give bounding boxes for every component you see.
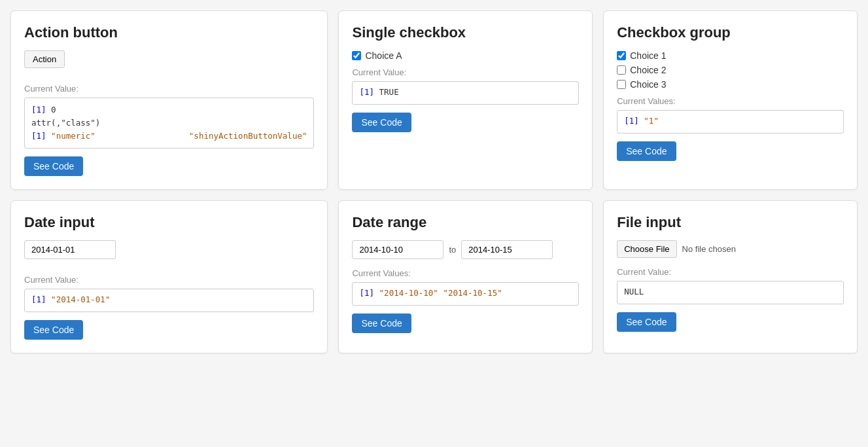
code-output-file-input: NULL (617, 281, 844, 304)
single-checkbox-label: Choice A (365, 50, 402, 61)
card-title-file-input: File input (617, 214, 844, 231)
date-range-to-label: to (449, 245, 456, 255)
current-value-label-file: Current Value: (617, 267, 844, 277)
code-output-date-range: [1] "2014-10-10" "2014-10-15" (352, 282, 579, 306)
card-title-date-input: Date input (24, 214, 314, 231)
current-value-label-action: Current Value: (24, 84, 314, 94)
card-action-button: Action button Action Current Value: [1] … (10, 10, 328, 190)
checkbox-group-label-2: Choice 2 (630, 65, 666, 75)
date-range-row: to (352, 240, 579, 259)
checkbox-group-input-3[interactable] (617, 80, 626, 89)
choose-file-button[interactable]: Choose File (617, 240, 676, 258)
current-value-label-date: Current Value: (24, 275, 314, 285)
card-single-checkbox: Single checkbox Choice A Current Value: … (338, 10, 593, 190)
current-value-label-date-range: Current Values: (352, 268, 579, 278)
file-input-row: Choose File No file chosen (617, 240, 844, 258)
single-checkbox-input[interactable] (352, 51, 361, 60)
card-title-checkbox-group: Checkbox group (617, 24, 844, 41)
checkbox-group-label-3: Choice 3 (630, 79, 666, 90)
see-code-button-file-input[interactable]: See Code (617, 312, 676, 332)
see-code-button-single-checkbox[interactable]: See Code (352, 113, 411, 132)
card-title-single-checkbox: Single checkbox (352, 24, 579, 41)
card-checkbox-group: Checkbox group Choice 1 Choice 2 Choice … (603, 10, 858, 190)
card-title-action-button: Action button (24, 24, 314, 41)
see-code-button-date-range[interactable]: See Code (352, 313, 411, 333)
main-grid: Action button Action Current Value: [1] … (10, 10, 858, 353)
date-input-field[interactable] (24, 240, 116, 259)
see-code-button-action[interactable]: See Code (24, 156, 83, 176)
action-button[interactable]: Action (24, 50, 65, 68)
no-file-text: No file chosen (682, 244, 736, 254)
card-date-range: Date range to Current Values: [1] "2014-… (338, 200, 593, 353)
see-code-button-checkbox-group[interactable]: See Code (617, 141, 676, 161)
card-date-input: Date input Current Value: [1] "2014-01-0… (10, 200, 328, 353)
single-checkbox-row: Choice A (352, 50, 579, 61)
checkbox-group-label-1: Choice 1 (630, 50, 666, 61)
code-output-date-input: [1] "2014-01-01" (24, 289, 314, 312)
checkbox-group-row-1: Choice 1 (617, 50, 844, 61)
checkbox-group-row-3: Choice 3 (617, 79, 844, 90)
date-range-from-input[interactable] (352, 240, 443, 259)
current-value-label-checkbox: Current Value: (352, 67, 579, 77)
current-value-label-checkbox-group: Current Values: (617, 96, 844, 106)
checkbox-group-row-2: Choice 2 (617, 65, 844, 75)
card-file-input: File input Choose File No file chosen Cu… (603, 200, 858, 353)
card-title-date-range: Date range (352, 214, 579, 231)
see-code-button-date-input[interactable]: See Code (24, 320, 83, 340)
code-output-action: [1] 0 attr(,"class") [1] "numeric" "shin… (24, 98, 314, 149)
date-range-to-input[interactable] (461, 240, 553, 259)
code-output-checkbox-group: [1] "1" (617, 110, 844, 134)
code-output-single-checkbox: [1] TRUE (352, 81, 579, 105)
checkbox-group-input-1[interactable] (617, 51, 626, 60)
checkbox-group-input-2[interactable] (617, 65, 626, 75)
